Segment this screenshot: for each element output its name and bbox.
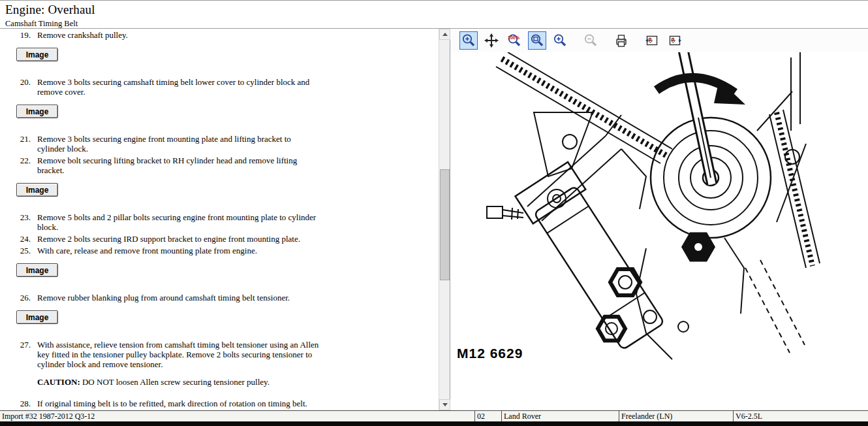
procedure-step: 19.Remove crankshaft pulley. <box>16 30 439 40</box>
step-text: If original timing belt is to be refitte… <box>37 399 319 408</box>
zoom-out-button <box>581 31 600 50</box>
procedure-steps: 19.Remove crankshaft pulley.Image20.Remo… <box>0 29 439 410</box>
figure-number-label: M12 6629 <box>457 346 523 361</box>
image-button[interactable]: Image <box>16 263 58 277</box>
step-number: 19. <box>16 30 31 40</box>
procedure-step: 22.Remove bolt securing lifting bracket … <box>16 156 439 175</box>
printer-icon <box>613 33 629 48</box>
step-number: 25. <box>16 246 31 255</box>
scroll-up-button[interactable] <box>439 29 450 40</box>
status-cell-3: Freelander (LN) <box>619 411 734 421</box>
next-image-button[interactable] <box>666 31 684 50</box>
magnifier-100-icon: 100% <box>506 33 522 48</box>
pan-button[interactable] <box>482 31 501 50</box>
magnifier-plus-icon <box>552 33 568 48</box>
image-button[interactable]: Image <box>16 310 58 324</box>
main-split: 19.Remove crankshaft pulley.Image20.Remo… <box>0 29 868 410</box>
step-number: 24. <box>16 234 31 244</box>
timing-belt-tensioner-diagram: M12 6629 <box>450 52 867 410</box>
bottom-strip <box>0 421 868 426</box>
status-cell-4: V6-2.5L <box>734 411 868 421</box>
procedure-step: 27.With assistance, relieve tension from… <box>16 340 439 369</box>
zoom-100-button[interactable]: 100% <box>505 31 523 50</box>
zoom-in-button[interactable] <box>551 31 569 50</box>
svg-text:100%: 100% <box>508 35 520 40</box>
step-number: 27. <box>16 340 31 369</box>
magnifier-minus-icon <box>583 33 598 48</box>
page-title: Engine: Overhaul <box>5 3 868 17</box>
fit-to-window-button[interactable] <box>528 31 546 50</box>
status-cell-1: 02 <box>475 411 502 421</box>
procedure-step: 21.Remove 3 bolts securing engine front … <box>16 134 439 154</box>
procedure-step: 24.Remove 2 bolts securing IRD support b… <box>16 234 439 244</box>
image-button[interactable]: Image <box>16 183 58 197</box>
scroll-down-button[interactable] <box>439 399 450 410</box>
image-button-row: Image <box>16 48 439 61</box>
status-cell-2: Land Rover <box>502 411 619 421</box>
step-text: With assistance, relieve tension from ca… <box>37 340 319 369</box>
image-button-row: Image <box>16 105 439 118</box>
page-header: Engine: Overhaul Camshaft Timing Belt <box>0 1 868 29</box>
step-text: Remove 5 bolts and 2 pillar bolts securi… <box>37 212 319 232</box>
step-number: 22. <box>16 156 31 175</box>
procedure-step: 26.Remove rubber blanking plug from arou… <box>16 293 439 303</box>
step-number: 20. <box>16 77 31 97</box>
procedure-step: 20.Remove 3 bolts securing camshaft timi… <box>16 77 439 97</box>
image-button[interactable]: Image <box>16 105 58 118</box>
image-button-row: Image <box>16 263 439 277</box>
status-bar: Import #32 1987-2012 Q3-1202Land RoverFr… <box>0 410 868 421</box>
viewer-toolbar: 100% <box>450 29 868 52</box>
step-number: 21. <box>16 134 31 154</box>
image-button-row: Image <box>16 310 439 324</box>
diagram-area: M12 6629 <box>450 52 868 410</box>
previous-image-button[interactable] <box>643 31 661 50</box>
step-text: Remove bolt securing lifting bracket to … <box>37 156 319 175</box>
status-cell-0: Import #32 1987-2012 Q3-12 <box>0 411 475 421</box>
page-subtitle: Camshaft Timing Belt <box>3 19 868 29</box>
step-text: Remove 2 bolts securing IRD support brac… <box>37 234 319 244</box>
step-number: 28. <box>16 399 31 408</box>
step-text: Remove rubber blanking plug from around … <box>37 293 319 303</box>
scrollbar-thumb[interactable] <box>440 169 450 280</box>
procedure-step: 25.With care, release and remove front m… <box>16 246 439 255</box>
step-text: Remove 3 bolts securing camshaft timing … <box>37 77 319 97</box>
pan-arrows-icon <box>484 33 499 48</box>
chevron-up-icon <box>442 33 448 36</box>
image-next-icon <box>667 33 683 48</box>
step-text: Remove crankshaft pulley. <box>37 30 319 40</box>
procedure-pane: 19.Remove crankshaft pulley.Image20.Remo… <box>0 29 450 410</box>
image-prev-icon <box>644 33 660 48</box>
chevron-down-icon <box>442 403 448 406</box>
vertical-scrollbar[interactable] <box>439 29 450 410</box>
step-text: With care, release and remove front moun… <box>37 246 319 255</box>
step-number: 26. <box>16 293 31 303</box>
caution-label: CAUTION: <box>37 377 80 387</box>
procedure-step: 23.Remove 5 bolts and 2 pillar bolts sec… <box>16 212 439 232</box>
image-viewer-pane: 100% <box>450 29 868 410</box>
print-button[interactable] <box>612 31 630 50</box>
procedure-step: 28.If original timing belt is to be refi… <box>16 399 439 408</box>
magnifier-plus-icon <box>461 33 476 48</box>
image-button-row: Image <box>16 183 439 197</box>
magnifier-fit-icon <box>529 33 545 48</box>
step-number: 23. <box>16 212 31 232</box>
step-text: Remove 3 bolts securing engine front mou… <box>37 134 319 154</box>
zoom-window-button[interactable] <box>459 31 478 50</box>
image-button[interactable]: Image <box>16 48 58 61</box>
caution-note: CAUTION: DO NOT loosen Allen screw secur… <box>16 377 313 387</box>
